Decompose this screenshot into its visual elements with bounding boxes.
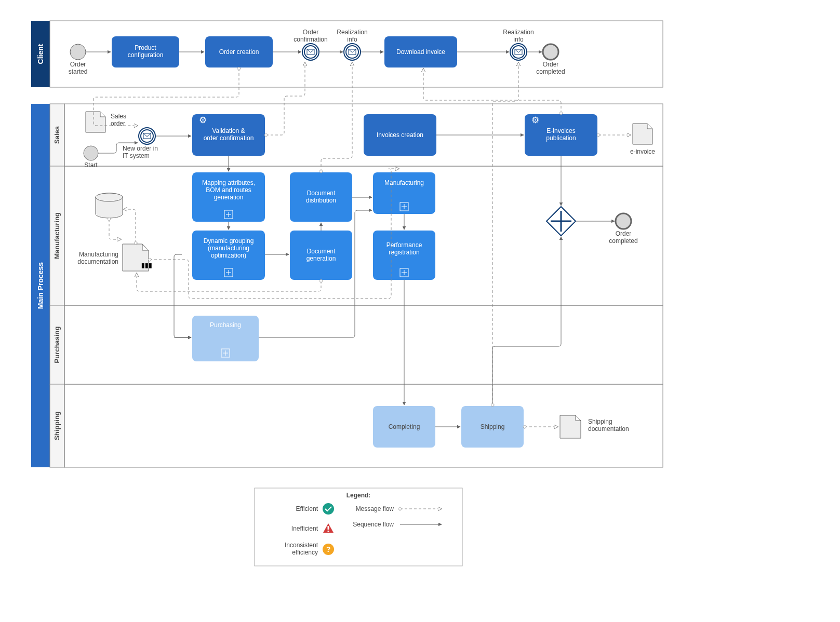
lane-shipping-label: Shipping	[53, 411, 61, 440]
svg-text:Ordercompleted: Ordercompleted	[609, 230, 637, 245]
task-mapping: Mapping attributes,BOM and routesgenerat…	[192, 172, 265, 222]
svg-point-22	[543, 44, 558, 60]
event-order-completed-1: Ordercompleted	[536, 44, 565, 75]
legend: Legend: Efficient Inefficient Inconsiste…	[255, 488, 462, 566]
svg-point-41	[84, 146, 98, 160]
svg-text:▮▮▮: ▮▮▮	[141, 262, 152, 269]
svg-text:Order creation: Order creation	[219, 48, 259, 56]
event-realization-info-2: Realizationinfo	[503, 29, 534, 60]
task-product-config: Productconfiguration	[112, 36, 179, 67]
svg-text:Realizationinfo: Realizationinfo	[337, 29, 367, 43]
svg-point-58	[96, 193, 123, 201]
svg-text:Shippingdocumentation: Shippingdocumentation	[588, 418, 629, 432]
task-shipping: Shipping	[461, 406, 524, 448]
data-sales-order: Salesorder	[86, 112, 126, 132]
svg-text:?: ?	[326, 545, 331, 553]
sequence-flows	[98, 135, 615, 427]
svg-text:Orderstarted: Orderstarted	[69, 61, 88, 75]
event-new-order: New order inIT system	[123, 128, 158, 159]
svg-text:Documentgeneration: Documentgeneration	[306, 248, 336, 262]
svg-text:Completing: Completing	[389, 423, 420, 430]
task-validation: ⚙ Validation &order confirmation	[192, 114, 265, 156]
datastore-mfg-doc	[96, 193, 123, 218]
lane-purchasing-label: Purchasing	[53, 327, 61, 363]
pool-client-label: Client	[36, 44, 45, 64]
legend-inefficient-label: Inefficient	[291, 525, 318, 532]
data-mfg-doc: ▮▮▮ Manufacturingdocumentation	[77, 244, 152, 271]
task-invoices-creation: Invoices creation	[364, 114, 436, 156]
svg-text:⚙: ⚙	[531, 115, 539, 125]
svg-text:Legend:: Legend:	[346, 492, 371, 499]
svg-text:e-invoice: e-invoice	[630, 148, 655, 155]
svg-text:Shipping: Shipping	[481, 423, 505, 430]
svg-text:Performanceregistration: Performanceregistration	[386, 241, 422, 256]
svg-text:E-invoicespublication: E-invoicespublication	[546, 127, 576, 142]
lane-sales-label: Sales	[53, 126, 61, 144]
event-realization-info-1: Realizationinfo	[337, 29, 367, 60]
svg-text:Ordercompleted: Ordercompleted	[536, 61, 565, 75]
svg-text:⚙: ⚙	[199, 115, 207, 125]
svg-text:Purchasing: Purchasing	[210, 321, 241, 329]
lane-manufacturing-label: Manufacturing	[53, 212, 61, 259]
svg-text:Documentdistribution: Documentdistribution	[306, 190, 336, 204]
gateway-parallel	[546, 207, 576, 236]
task-performance-reg: Performanceregistration	[373, 231, 435, 280]
legend-efficient-label: Efficient	[296, 505, 318, 512]
task-order-creation: Order creation	[205, 36, 273, 67]
svg-text:Manufacturingdocumentation: Manufacturingdocumentation	[77, 251, 118, 265]
event-order-started: Orderstarted	[69, 44, 88, 75]
svg-text:Realizationinfo: Realizationinfo	[503, 29, 534, 43]
svg-text:Main Process: Main Process	[36, 262, 45, 309]
bpmn-diagram: Client Orderstarted Productconfiguration…	[0, 0, 840, 622]
event-order-confirmation: Orderconfirmation	[294, 29, 327, 60]
svg-rect-103	[328, 531, 329, 532]
task-doc-generation: Documentgeneration	[290, 231, 352, 280]
data-einvoice: e-invoice	[630, 124, 655, 155]
svg-text:Orderconfirmation: Orderconfirmation	[294, 29, 327, 43]
legend-sequence-flow-label: Sequence flow	[353, 521, 394, 528]
svg-text:Dynamic grouping(manufacturing: Dynamic grouping(manufacturingoptimizati…	[204, 237, 254, 259]
svg-text:Start: Start	[84, 161, 98, 169]
task-download-invoice: Download invoice	[384, 36, 457, 67]
task-dynamic-grouping: Dynamic grouping(manufacturingoptimizati…	[192, 231, 265, 280]
event-order-completed-2: Ordercompleted	[609, 213, 637, 245]
svg-point-77	[616, 213, 631, 229]
legend-message-flow-label: Message flow	[356, 505, 394, 512]
svg-text:Salesorder: Salesorder	[111, 113, 126, 127]
svg-text:Manufacturing: Manufacturing	[384, 179, 424, 186]
svg-rect-39	[64, 305, 663, 384]
svg-point-2	[70, 44, 86, 60]
event-start: Start	[84, 146, 98, 169]
svg-rect-102	[328, 526, 329, 530]
svg-text:Invoices creation: Invoices creation	[377, 131, 423, 139]
task-einvoices: ⚙ E-invoicespublication	[525, 114, 597, 156]
svg-point-101	[323, 503, 334, 515]
svg-text:Download invoice: Download invoice	[396, 48, 445, 56]
data-shipping-doc: Shippingdocumentation	[560, 415, 629, 438]
task-manufacturing: Manufacturing	[373, 172, 435, 214]
task-purchasing: Purchasing	[192, 316, 259, 361]
svg-rect-38	[64, 166, 663, 305]
task-doc-distribution: Documentdistribution	[290, 172, 352, 222]
svg-text:New order inIT system: New order inIT system	[123, 145, 158, 159]
task-completing: Completing	[373, 406, 435, 448]
